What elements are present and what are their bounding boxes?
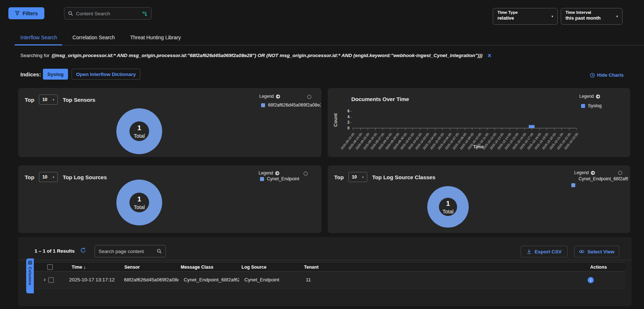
chevron-down-icon: ▼	[361, 176, 364, 178]
content-search-box[interactable]	[64, 7, 152, 20]
time-type-value: relative	[497, 15, 548, 21]
hide-charts-icon	[590, 73, 595, 78]
hide-charts-button[interactable]: Hide Charts	[590, 72, 624, 78]
filters-label: Filters	[23, 11, 38, 16]
indices-label: Indices:	[20, 71, 41, 77]
table-header: Time ↓ Sensor Message Class Log Source T…	[34, 262, 625, 272]
panel-title: Top Sensors	[63, 97, 95, 103]
chevron-down-icon: ▼	[52, 99, 55, 101]
results-panel: 1 – 1 of 1 Results Export CSV Select Vie…	[18, 237, 632, 306]
chevron-down-icon: ▼	[551, 15, 554, 18]
panel-title: Top Log Sources	[63, 174, 107, 180]
info-icon[interactable]: i	[588, 277, 594, 283]
legend-swatch[interactable]	[571, 183, 575, 187]
tab-interflow-search[interactable]: Interflow Search	[20, 35, 57, 40]
legend-toggle[interactable]: Legend	[574, 170, 595, 175]
cell-tenant: 11	[306, 277, 311, 282]
legend-toggle[interactable]: Legend	[259, 94, 280, 99]
clear-search-icon[interactable]: ×	[488, 53, 492, 58]
legend-arrow-icon	[591, 170, 595, 175]
content-search-input[interactable]	[76, 11, 139, 16]
legend-arrow-icon	[276, 94, 280, 99]
expand-circle-icon[interactable]	[618, 171, 622, 175]
legend-toggle[interactable]: Legend	[579, 94, 600, 99]
documents-over-time-panel: Documents Over Time Legend Syslog Count …	[328, 88, 630, 157]
page-search-box[interactable]	[95, 245, 166, 257]
legend-item[interactable]: 68f2af626d45a069f2a08e28	[261, 103, 321, 108]
index-syslog-button[interactable]: Syslog	[43, 69, 68, 80]
documents-over-time-plot: 2025-09-23 05:2025-09-24 05:2025-09-25 0…	[353, 111, 576, 128]
time-interval-label: Time Interval	[565, 10, 613, 15]
legend-swatch	[261, 103, 265, 107]
time-interval-value: this past month	[565, 15, 613, 21]
top-label: Top	[334, 174, 344, 180]
top-log-sources-donut[interactable]: 1 Total	[116, 180, 162, 225]
legend-arrow-icon	[596, 94, 600, 99]
donut-total-label: Total	[443, 209, 454, 214]
select-view-button[interactable]: Select View	[574, 246, 619, 257]
legend-toggle[interactable]: Legend	[259, 170, 280, 176]
bar-2025-10-17 05:[interactable]	[529, 125, 535, 128]
search-icon	[68, 11, 73, 16]
x-axis-label: Time	[473, 144, 484, 149]
top-log-source-classes-donut[interactable]: 1 Total	[427, 186, 469, 228]
select-all-checkbox[interactable]	[47, 264, 53, 270]
refresh-icon[interactable]	[80, 247, 86, 253]
chevron-down-icon: ▼	[52, 176, 55, 178]
export-csv-button[interactable]: Export CSV	[521, 246, 568, 257]
legend-item[interactable]: Syslog	[581, 103, 602, 108]
top-count-select[interactable]: 10 ▼	[39, 172, 58, 182]
expand-circle-icon[interactable]	[307, 95, 311, 99]
table-row[interactable]: › 2025-10-17 13:17:12 68f2af626d45a069f2…	[34, 272, 625, 289]
query-builder-icon[interactable]	[142, 11, 148, 16]
top-label: Top	[25, 97, 34, 103]
cell-log-source: Cynet_Endpoint	[244, 277, 279, 282]
panel-title: Top Log Source Classes	[372, 174, 435, 180]
search-query: ((msg_origin.processor.id:* AND msg_orig…	[52, 53, 482, 58]
hide-charts-label: Hide Charts	[597, 72, 624, 78]
column-header-tenant[interactable]: Tenant	[304, 265, 319, 270]
columns-button[interactable]: Columns	[26, 258, 34, 293]
donut-total-label: Total	[134, 204, 145, 210]
top-count-select[interactable]: 10 ▼	[348, 172, 367, 182]
search-icon	[157, 249, 162, 254]
cell-message-class: Cynet_Endpoint_68f2af626d45a069f2a08e28	[184, 277, 239, 282]
time-type-dropdown[interactable]: Time Type relative ▼	[493, 8, 558, 25]
row-checkbox[interactable]	[48, 277, 54, 283]
donut-total-label: Total	[134, 133, 145, 139]
top-sensors-panel: Top 10 ▼ Top Sensors Legend 68f2af626d45…	[18, 88, 321, 157]
chevron-down-icon: ▼	[616, 15, 619, 18]
filter-funnel-icon	[15, 11, 20, 16]
top-sensors-donut[interactable]: 1 Total	[116, 108, 162, 154]
tab-bar: Interflow Search Correlation Search Thre…	[15, 35, 644, 45]
results-summary: 1 – 1 of 1 Results	[35, 248, 75, 254]
donut-total: 1	[137, 124, 141, 132]
columns-grid-icon	[28, 261, 32, 265]
top-log-sources-panel: Top 10 ▼ Top Log Sources Legend Cynet_En…	[18, 165, 321, 233]
top-log-source-classes-panel: Top 10 ▼ Top Log Source Classes Legend C…	[328, 165, 630, 233]
column-header-sensor[interactable]: Sensor	[124, 265, 140, 270]
open-interflow-dictionary-button[interactable]: Open Interflow Dictionary	[72, 69, 140, 80]
expand-circle-icon[interactable]	[304, 172, 308, 176]
column-header-log-source[interactable]: Log Source	[241, 265, 267, 270]
legend-swatch	[260, 177, 264, 181]
search-summary: Searching for ((msg_origin.processor.id:…	[20, 53, 491, 58]
page-search-input[interactable]	[99, 249, 155, 254]
filters-button[interactable]: Filters	[8, 7, 44, 19]
tab-correlation-search[interactable]: Correlation Search	[72, 35, 115, 40]
legend-item-label: Cynet_Endpoint_68f2af626d45a069f2a08e28	[579, 176, 628, 181]
column-header-message-class[interactable]: Message Class	[181, 265, 213, 270]
tab-threat-hunting-library[interactable]: Threat Hunting Library	[130, 35, 181, 40]
legend-item[interactable]: Cynet_Endpoint	[260, 176, 299, 181]
row-expand-icon[interactable]: ›	[44, 276, 46, 283]
top-count-select[interactable]: 10 ▼	[39, 95, 58, 105]
column-header-time[interactable]: Time ↓	[72, 265, 86, 270]
sort-desc-icon: ↓	[83, 265, 85, 270]
eye-icon	[579, 249, 584, 254]
donut-total: 1	[446, 200, 450, 208]
time-interval-dropdown[interactable]: Time Interval this past month ▼	[561, 8, 623, 25]
legend-arrow-icon	[275, 171, 280, 176]
panel-title: Documents Over Time	[351, 96, 409, 102]
legend-swatch	[581, 104, 585, 108]
time-type-label: Time Type	[497, 10, 548, 15]
